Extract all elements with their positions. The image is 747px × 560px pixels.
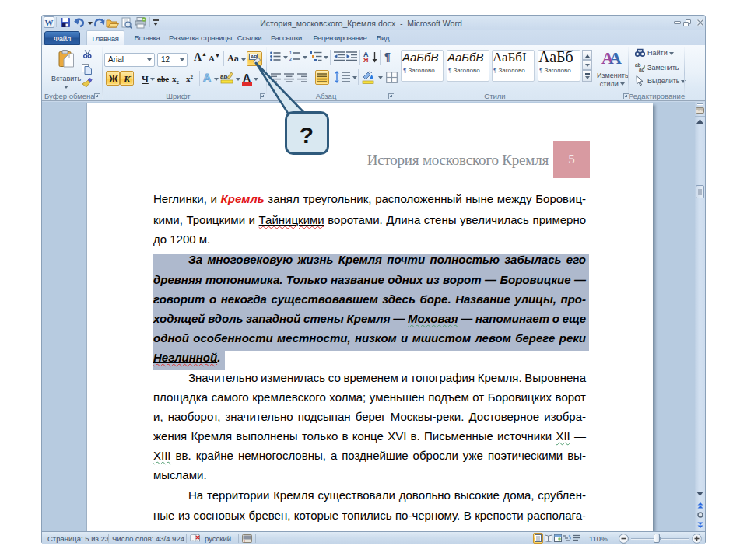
svg-text:?: ? bbox=[300, 122, 314, 148]
